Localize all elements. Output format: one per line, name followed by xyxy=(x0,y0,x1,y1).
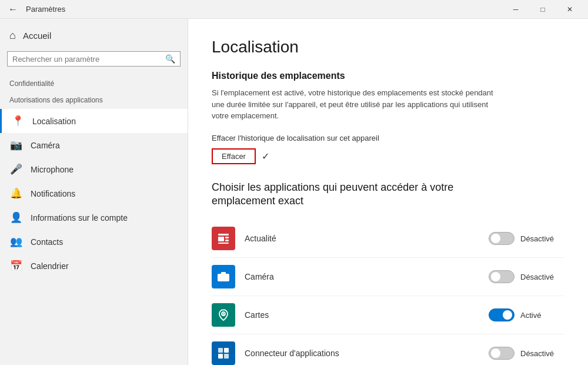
microphone-icon: 🎤 xyxy=(9,163,22,175)
connecteur-icon xyxy=(212,341,235,365)
camera-toggle[interactable] xyxy=(489,270,514,283)
sidebar-item-contacts-label: Contacts xyxy=(31,237,63,247)
svg-point-10 xyxy=(223,313,225,315)
cartes-icon xyxy=(212,303,235,327)
apps-section-title: Autorisations des applications xyxy=(0,92,188,109)
svg-rect-11 xyxy=(218,348,223,353)
history-description: Si l'emplacement est activé, votre histo… xyxy=(212,87,506,122)
cartes-toggle-knob xyxy=(503,310,512,320)
minimize-button[interactable]: ─ xyxy=(502,0,529,19)
camera-app-name: Caméra xyxy=(245,272,479,281)
actualite-icon xyxy=(212,227,235,250)
location-icon: 📍 xyxy=(11,115,24,127)
sidebar-item-camera[interactable]: 📷 Caméra xyxy=(0,133,188,157)
sidebar-item-contacts[interactable]: 👥 Contacts xyxy=(0,230,188,254)
notifications-icon: 🔔 xyxy=(9,187,22,200)
app-row-connecteur: Connecteur d'applications Désactivé xyxy=(212,334,564,365)
main-content: Localisation Historique des emplacements… xyxy=(188,19,588,365)
svg-rect-3 xyxy=(225,240,229,241)
actualite-toggle-knob xyxy=(491,234,500,243)
page-title: Localisation xyxy=(212,38,564,57)
app-row-cartes: Cartes Activé xyxy=(212,296,564,334)
apps-section-heading: Choisir les applications qui peuvent acc… xyxy=(212,181,494,208)
sidebar-item-camera-label: Caméra xyxy=(31,141,60,150)
confidentiality-section-title: Confidentialité xyxy=(0,76,188,92)
titlebar: ← Paramètres ─ □ ✕ xyxy=(0,0,588,19)
minimize-icon: ─ xyxy=(513,5,519,14)
app-row-camera: Caméra Désactivé xyxy=(212,258,564,296)
sidebar-home-label: Accueil xyxy=(23,31,51,41)
sidebar-item-notifications[interactable]: 🔔 Notifications xyxy=(0,181,188,205)
svg-rect-14 xyxy=(224,354,229,359)
actualite-status: Désactivé xyxy=(520,234,564,243)
sidebar-item-calendar-label: Calendrier xyxy=(31,261,69,271)
back-button[interactable]: ← xyxy=(5,1,21,18)
clear-history-label: Effacer l'historique de localisation sur… xyxy=(212,134,564,142)
sidebar-item-account-label: Informations sur le compte xyxy=(31,213,128,223)
back-icon: ← xyxy=(8,4,18,15)
maximize-icon: □ xyxy=(540,5,544,14)
checkmark-icon: ✓ xyxy=(262,151,269,162)
sidebar: ⌂ Accueil 🔍 Confidentialité Autorisation… xyxy=(0,19,188,365)
sidebar-item-microphone[interactable]: 🎤 Microphone xyxy=(0,157,188,181)
app-body: ⌂ Accueil 🔍 Confidentialité Autorisation… xyxy=(0,19,588,365)
camera-toggle-container: Désactivé xyxy=(489,270,564,283)
home-icon: ⌂ xyxy=(9,29,16,42)
history-section-title: Historique des emplacements xyxy=(212,71,564,81)
search-input[interactable] xyxy=(12,55,165,64)
svg-rect-1 xyxy=(218,237,224,241)
clear-history-row: Effacer ✓ xyxy=(212,148,564,164)
camera-app-icon xyxy=(212,265,235,288)
cartes-status: Activé xyxy=(520,311,564,320)
cartes-toggle-container: Activé xyxy=(489,308,564,321)
svg-rect-12 xyxy=(224,348,229,353)
sidebar-item-home[interactable]: ⌂ Accueil xyxy=(0,24,188,48)
svg-rect-8 xyxy=(221,272,226,274)
svg-rect-0 xyxy=(218,234,229,235)
maximize-button[interactable]: □ xyxy=(529,0,556,19)
svg-point-7 xyxy=(222,276,225,278)
effacer-button[interactable]: Effacer xyxy=(212,148,256,164)
calendar-icon: 📅 xyxy=(9,260,22,272)
contacts-icon: 👥 xyxy=(9,235,22,248)
account-icon: 👤 xyxy=(9,211,22,224)
sidebar-item-calendar[interactable]: 📅 Calendrier xyxy=(0,254,188,278)
sidebar-item-microphone-label: Microphone xyxy=(31,165,74,174)
svg-rect-13 xyxy=(218,354,223,359)
sidebar-item-localisation-label: Localisation xyxy=(32,117,76,126)
close-icon: ✕ xyxy=(567,5,573,14)
cartes-name: Cartes xyxy=(245,310,479,320)
sidebar-item-notifications-label: Notifications xyxy=(31,189,75,198)
titlebar-title: Paramètres xyxy=(26,5,65,14)
connecteur-toggle[interactable] xyxy=(489,347,514,360)
sidebar-search-box[interactable]: 🔍 xyxy=(7,51,181,67)
connecteur-name: Connecteur d'applications xyxy=(245,349,479,358)
camera-icon: 📷 xyxy=(9,139,22,151)
cartes-toggle[interactable] xyxy=(489,308,514,321)
app-row-actualite: Actualité Désactivé xyxy=(212,220,564,258)
sidebar-item-account[interactable]: 👤 Informations sur le compte xyxy=(0,205,188,230)
connecteur-toggle-knob xyxy=(491,349,500,358)
actualite-name: Actualité xyxy=(245,234,479,243)
svg-rect-4 xyxy=(218,243,229,244)
camera-status: Désactivé xyxy=(520,273,564,281)
sidebar-item-localisation[interactable]: 📍 Localisation xyxy=(0,109,188,133)
actualite-toggle-container: Désactivé xyxy=(489,232,564,245)
connecteur-status: Désactivé xyxy=(520,349,564,358)
connecteur-toggle-container: Désactivé xyxy=(489,347,564,360)
camera-toggle-knob xyxy=(491,272,500,281)
search-icon: 🔍 xyxy=(165,54,175,64)
close-button[interactable]: ✕ xyxy=(556,0,583,19)
actualite-toggle[interactable] xyxy=(489,232,514,245)
titlebar-controls: ─ □ ✕ xyxy=(502,0,583,19)
svg-rect-2 xyxy=(225,237,229,238)
